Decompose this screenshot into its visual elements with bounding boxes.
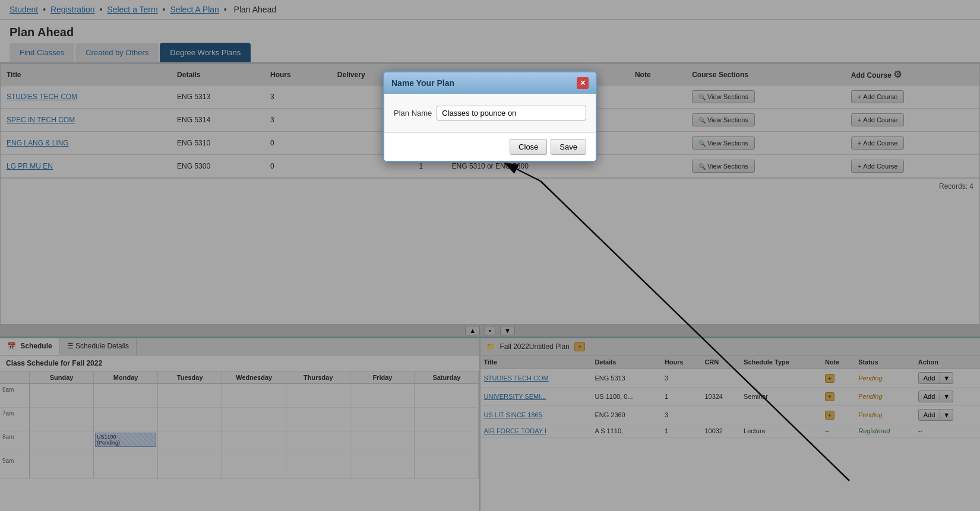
modal-close-button[interactable]: Close <box>510 139 547 155</box>
modal-dialog: Name Your Plan ✕ Plan Name Close Save <box>383 71 597 162</box>
modal-header: Name Your Plan ✕ <box>384 72 596 94</box>
modal-overlay: Name Your Plan ✕ Plan Name Close Save <box>0 0 980 511</box>
plan-name-field: Plan Name <box>394 106 586 120</box>
modal-save-button[interactable]: Save <box>551 139 586 155</box>
plan-name-label: Plan Name <box>394 109 432 118</box>
plan-name-input[interactable] <box>437 106 586 120</box>
modal-close-x-button[interactable]: ✕ <box>577 77 589 89</box>
modal-body: Plan Name <box>384 94 596 132</box>
modal-footer: Close Save <box>384 132 596 161</box>
modal-title: Name Your Plan <box>391 78 454 88</box>
